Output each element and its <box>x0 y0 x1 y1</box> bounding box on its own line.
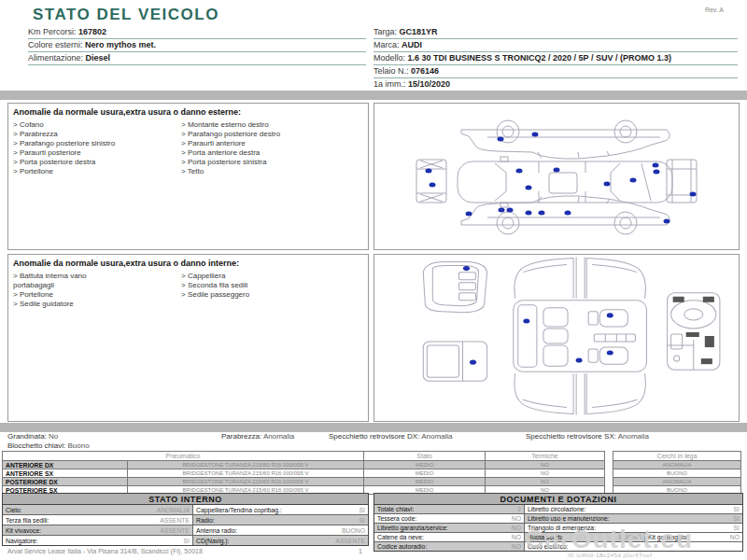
tyres-header-termiche: Termiche <box>485 452 604 460</box>
vehicle-summary-right: Targa: GC181YR Marca: AUDI Modello: 1.6 … <box>374 26 738 91</box>
document-id: ID IuRh0-1Bc245d jOcr6Tnof <box>568 553 652 558</box>
anomaly-item: Tetto <box>181 167 349 176</box>
exterior-anomalies-list-left: Cofano Parabrezza Parafango posteriore s… <box>13 120 181 176</box>
anomaly-item: Cappelliera <box>181 272 349 281</box>
anomaly-item: Parafango posteriore sinistro <box>13 139 181 148</box>
separator-bar-bottom <box>0 423 747 432</box>
alloy-wheels-table: Cerchi in lega ANOMALIA BUONO ANOMALIA B… <box>613 451 741 495</box>
vehicle-status-report: STATO DEL VEICOLO Rev. A Km Percorsi: 16… <box>0 0 747 560</box>
page-title: STATO DEL VEICOLO <box>33 6 219 24</box>
damage-markers-interior <box>463 266 613 365</box>
damage-markers-exterior <box>426 133 697 224</box>
table-row: Terza fila sedili:ASSENTE Radio:SI <box>3 514 368 525</box>
interior-anomalies-list-left: Battuta interna vano portabagagli Portel… <box>13 272 181 309</box>
anomaly-item: Portellone <box>13 290 181 300</box>
field-colore: Colore esterni: Nero mythos met. <box>28 39 366 52</box>
interior-damage-diagram <box>374 254 740 422</box>
alloy-wheel-status: ANOMALIA <box>613 478 740 485</box>
exterior-anomalies-list-right: Montante esterno destro Parafango poster… <box>181 120 349 176</box>
field-modello: Modello: 1.6 30 TDI BUSINESS S TRONICQ2 … <box>374 52 738 65</box>
anomaly-item: Battuta interna vano portabagagli <box>13 272 125 290</box>
alloy-wheel-status: BUONO <box>613 469 740 477</box>
field-prima-imm: 1a imm.: 15/10/2020 <box>374 78 738 91</box>
interior-anomalies-list-right: Cappelliera Seconda fila sedili Sedile p… <box>181 272 349 309</box>
summary-specchietto-dx: Specchietto retrovisore DX: Anomalia <box>329 432 453 441</box>
anomaly-item: Cofano <box>13 120 181 130</box>
page-number: 1 <box>359 548 362 554</box>
tyre-row: ANTERIORE DX BRIDGESTONE TURANZA 215/60 … <box>3 460 604 469</box>
summary-grandinata: Grandinata: No <box>7 432 58 441</box>
anomaly-item: Porta posteriore sinistra <box>181 158 349 167</box>
anomaly-item: Sedile passeggero <box>181 290 349 300</box>
anomaly-item: Parafango posteriore destro <box>181 130 349 139</box>
table-row: Kit vivavoce:ASSENTE Antenna radio:BUONO <box>3 525 368 535</box>
field-km: Km Percorsi: 167802 <box>28 26 366 39</box>
tyres-table: Pneumatico Stato Termiche ANTERIORE DX B… <box>2 451 605 495</box>
stato-interno-title: STATO INTERNO <box>3 494 368 505</box>
tyre-row: ANTERIORE SX BRIDGESTONE TURANZA 215/60 … <box>3 469 604 477</box>
anomaly-item: Seconda fila sedili <box>181 281 349 290</box>
field-alimentazione: Alimentazione: Diesel <box>28 52 366 65</box>
table-row: Navigatore:SI CD(Navig.):ASSENTE <box>3 535 368 545</box>
table-row: Cielo:ANOMALIA Cappelliera/Tendina copri… <box>3 505 368 514</box>
anomaly-item: Sedile guidatore <box>13 300 181 309</box>
interior-anomalies-box: Anomalie da normale usura,extra usura o … <box>7 254 369 422</box>
anomaly-item: Portellone <box>13 167 181 176</box>
exterior-anomalies-box: Anomalie da normale usura,extra usura o … <box>7 103 369 250</box>
documenti-title: DOCUMENTI E DOTAZIONI <box>374 494 742 505</box>
exterior-anomalies-title: Anomalie da normale usura,extra usura o … <box>8 104 368 119</box>
field-telaio: Telaio N.: 076146 <box>374 65 738 78</box>
exterior-damage-diagram <box>374 103 740 250</box>
anomaly-item: Montante esterno destro <box>181 120 349 130</box>
car-exterior-views <box>374 104 739 249</box>
revision-label: Rev. A <box>705 7 724 13</box>
anomaly-item: Porta anteriore destra <box>181 148 349 158</box>
stato-interno-table: STATO INTERNO Cielo:ANOMALIA Cappelliera… <box>2 493 369 546</box>
anomaly-item: Porta posteriore destra <box>13 158 181 167</box>
alloy-wheels-header: Cerchi in lega <box>613 452 740 460</box>
table-row: Totale chiavi:2 Libretto circolazione:SI <box>374 505 742 513</box>
field-marca: Marca: AUDI <box>374 39 738 52</box>
field-targa: Targa: GC181YR <box>374 26 738 39</box>
anomaly-item: Paraurti anteriore <box>181 139 349 148</box>
watermark: CarOutlet.eu <box>525 525 693 554</box>
anomaly-item: Parabrezza <box>13 130 181 139</box>
interior-anomalies-title: Anomalie da normale usura,extra usura o … <box>8 255 368 270</box>
anomaly-item: Paraurti posteriore <box>13 148 181 158</box>
tyres-header-pneumatico: Pneumatico <box>3 452 363 460</box>
summary-specchietto-sx: Specchietto retrovisore SX: Anomalia <box>526 432 649 441</box>
summary-blocchetto-chiavi: Blocchetto chiavi: Buono <box>7 441 90 450</box>
separator-bar-top <box>0 91 747 100</box>
alloy-wheel-status: ANOMALIA <box>613 461 740 469</box>
car-interior-views <box>374 255 739 421</box>
tyres-header-stato: Stato <box>363 452 485 460</box>
table-row: Tessera code:NO Libretto uso e manutenzi… <box>374 513 742 523</box>
footer-company: Arval Service Lease Italia - Via Pisana … <box>7 548 203 554</box>
vehicle-summary-left: Km Percorsi: 167802 Colore esterni: Nero… <box>28 26 366 65</box>
tyre-row: POSTERIORE DX BRIDGESTONE TURANZA 215/60… <box>3 477 604 485</box>
summary-parabrezza: Parabrezza: Anomalia <box>221 432 294 441</box>
